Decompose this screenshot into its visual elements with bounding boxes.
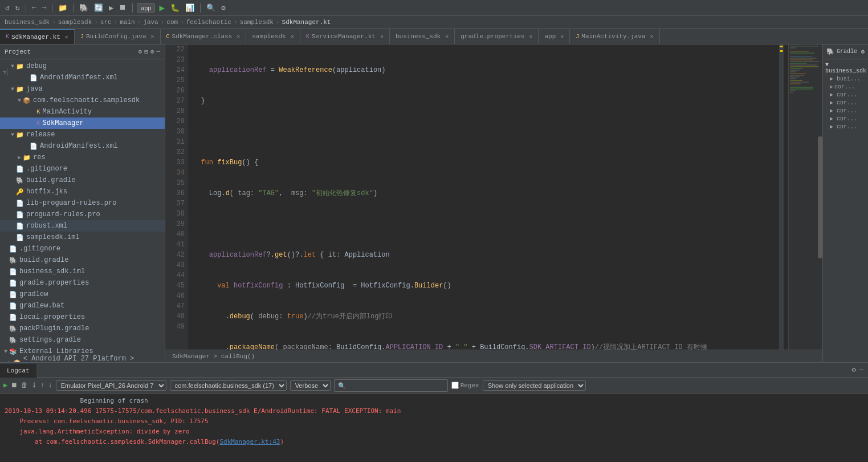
gradle-item-business_sdk[interactable]: ▼ business_sdk	[825, 62, 866, 74]
gradle-item-cor1[interactable]: ▶ cor...	[830, 83, 866, 90]
tree-item-hotfix[interactable]: 🔑 hotfix.jks	[0, 186, 165, 197]
tree-item-debug[interactable]: ▼ 📁 debug	[0, 60, 165, 72]
back-icon[interactable]: ←	[30, 2, 38, 13]
tree-item-gitignore1[interactable]: 📄 .gitignore	[0, 163, 165, 175]
debug-icon[interactable]: 🐛	[169, 2, 181, 14]
tree-item-androidmanifest-release[interactable]: 📄 AndroidManifest.xml	[0, 140, 165, 152]
breadcrumb-file[interactable]: SdkManager.kt	[282, 19, 331, 26]
tree-item-proguard[interactable]: 📄 proguard-rules.pro	[0, 209, 165, 220]
tab-business_sdk[interactable]: business_sdk ✕	[390, 29, 455, 44]
breadcrumb-com[interactable]: com	[166, 19, 178, 26]
sync-icon[interactable]: 🔄	[92, 2, 105, 14]
tab-app[interactable]: app ✕	[539, 29, 570, 44]
logcat-play-icon[interactable]: ▶	[3, 381, 7, 390]
tree-item-packplugin[interactable]: 🐘 packPlugin.gradle	[0, 323, 165, 334]
settings-icon[interactable]: ⚙	[219, 2, 227, 14]
tab-samplesdk[interactable]: samplesdk ✕	[246, 29, 300, 44]
sidebar-close-icon[interactable]: —	[156, 48, 160, 55]
tab-servicemanager[interactable]: K ServiceManager.kt ✕	[300, 29, 390, 44]
breadcrumb-samplesdk2[interactable]: samplesdk	[240, 19, 274, 26]
undo-icon[interactable]: ↺	[3, 2, 11, 14]
tree-item-settingsgradle[interactable]: 🐘 settings.gradle	[0, 334, 165, 346]
breadcrumb-java[interactable]: java	[143, 19, 158, 26]
tab-mainactivity-java[interactable]: J MainActivity.java ✕	[570, 29, 659, 44]
device-selector[interactable]: Emulator Pixel_API_26 Android 7	[56, 380, 166, 391]
redo-icon[interactable]: ↻	[14, 2, 22, 14]
breadcrumb-main[interactable]: main	[120, 19, 135, 26]
tab-close-mainactivity[interactable]: ✕	[650, 33, 654, 40]
tree-item-package[interactable]: ▼ 📦 com.feelschaotic.samplesdk	[0, 95, 165, 106]
tab-close-buildconfig[interactable]: ✕	[151, 33, 154, 40]
tree-item-gradleprops[interactable]: 📄 gradle.properties	[0, 277, 165, 289]
logcat-clear-icon[interactable]: 🗑	[21, 381, 28, 390]
regex-checkbox[interactable]	[451, 382, 459, 389]
tree-item-androidmanifest-debug[interactable]: 📄 AndroidManifest.xml	[0, 72, 165, 83]
sidebar-collapse-icon[interactable]: ⊟	[144, 48, 148, 55]
tree-item-mainactivity[interactable]: K MainActivity	[0, 106, 165, 117]
logcat-down-icon[interactable]: ↓	[48, 382, 52, 390]
stop-icon[interactable]: ⏹	[117, 2, 128, 13]
bottom-tab-logcat[interactable]: Logcat	[0, 363, 36, 378]
tree-item-android-api27[interactable]: ▶ 📦 < Android API 27 Platform > D:\MyAll…	[0, 357, 165, 362]
tree-item-gitignore2[interactable]: 📄 .gitignore	[0, 243, 165, 254]
gradle-settings-icon[interactable]: ⚙	[861, 48, 865, 55]
tab-close-sdkmanager[interactable]: ✕	[65, 34, 68, 40]
regex-checkbox-label[interactable]: Regex	[451, 382, 479, 389]
tree-item-res[interactable]: ▶ 📁 res	[0, 152, 165, 163]
code-editor[interactable]: applicationRef = WeakReference(applicati…	[188, 44, 788, 350]
profile-icon[interactable]: 📊	[184, 2, 196, 14]
tab-buildconfig-java[interactable]: J BuildConfig.java ✕	[75, 29, 161, 44]
tree-item-buildgradle2[interactable]: 🐘 build.gradle	[0, 254, 165, 266]
tree-item-gradlewbat[interactable]: 📄 gradlew.bat	[0, 300, 165, 311]
gradle-item-busi[interactable]: ▶ busi...	[830, 75, 866, 82]
minimap-scrollbar-thumb[interactable]	[818, 136, 822, 258]
gradle-item-cor3[interactable]: ▶ cor...	[830, 99, 866, 106]
log-level-selector[interactable]: Verbose	[290, 380, 331, 391]
tree-item-businesssdkiml[interactable]: 📄 business_sdk.iml	[0, 266, 165, 277]
sidebar-sync-icon[interactable]: ⚙	[138, 48, 142, 55]
tab-close-samplesdk[interactable]: ✕	[291, 33, 294, 40]
gradle-item-cor4[interactable]: ▶ cor...	[830, 107, 866, 114]
tree-item-java[interactable]: ▼ 📁 java	[0, 83, 165, 95]
tree-item-localprops[interactable]: 📄 local.properties	[0, 311, 165, 323]
tree-item-gradlew[interactable]: 📄 gradlew	[0, 289, 165, 300]
logcat-search-input[interactable]	[334, 379, 448, 392]
tab-close-servicemanager[interactable]: ✕	[380, 33, 384, 40]
tree-item-samplesdkiml[interactable]: 📄 samplesdk.iml	[0, 232, 165, 243]
logcat-minimize-icon[interactable]: —	[859, 366, 863, 374]
gradle-item-cor5[interactable]: ▶ cor...	[830, 115, 866, 122]
package-selector[interactable]: com.feelschaotic.business_sdk (17)	[170, 380, 287, 391]
tab-sdkmanager-kt[interactable]: K SdkManager.kt ✕	[0, 29, 75, 44]
folder-icon[interactable]: 📁	[56, 2, 69, 14]
app-dropdown-btn[interactable]: app	[137, 3, 155, 13]
tab-close-business_sdk[interactable]: ✕	[445, 33, 449, 40]
logcat-up-icon[interactable]: ↑	[40, 382, 44, 390]
gradle-item-cor2[interactable]: ▶ cor...	[830, 91, 866, 98]
breadcrumb-business_sdk[interactable]: business_sdk	[5, 19, 50, 26]
gradle-icon[interactable]: 🐘	[78, 2, 90, 14]
tree-item-buildgradle1[interactable]: 🐘 build.gradle	[0, 175, 165, 186]
tree-item-libproguard[interactable]: 📄 lib-proguard-rules.pro	[0, 197, 165, 209]
tree-item-sdkmanager[interactable]: K SdkManager	[0, 117, 165, 129]
tab-sdkmanager-class[interactable]: C SdkManager.class ✕	[161, 29, 247, 44]
stack-trace-link[interactable]: SdkManager.kt:43	[220, 438, 280, 445]
logcat-settings-icon[interactable]: ⚙	[852, 366, 856, 374]
tree-item-robust[interactable]: 📄 robust.xml	[0, 220, 165, 232]
tab-gradle-properties[interactable]: gradle.properties ✕	[455, 29, 539, 44]
logcat-scroll-end-icon[interactable]: ⤓	[31, 381, 37, 390]
logcat-stop-icon[interactable]: ⏹	[11, 381, 18, 390]
run-icon[interactable]: ▶	[107, 2, 115, 14]
left-tool-project[interactable]: P	[1, 71, 7, 74]
gradle-item-cor6[interactable]: ▶ cor...	[830, 123, 866, 130]
tree-item-release[interactable]: ▼ 📁 release	[0, 129, 165, 140]
show-only-selector[interactable]: Show only selected application	[483, 380, 586, 391]
search-icon[interactable]: 🔍	[205, 2, 217, 14]
breadcrumb-feelschaotic[interactable]: feelschaotic	[186, 19, 231, 26]
tab-close-class[interactable]: ✕	[237, 33, 240, 40]
breadcrumb-src[interactable]: src	[100, 19, 112, 26]
tab-close-gradle-props[interactable]: ✕	[529, 33, 532, 40]
run-app-icon[interactable]: ▶	[157, 1, 166, 15]
tab-close-app[interactable]: ✕	[560, 33, 564, 40]
breadcrumb-samplesdk[interactable]: samplesdk	[58, 19, 92, 26]
sidebar-gear-icon[interactable]: ⚙	[150, 48, 154, 55]
